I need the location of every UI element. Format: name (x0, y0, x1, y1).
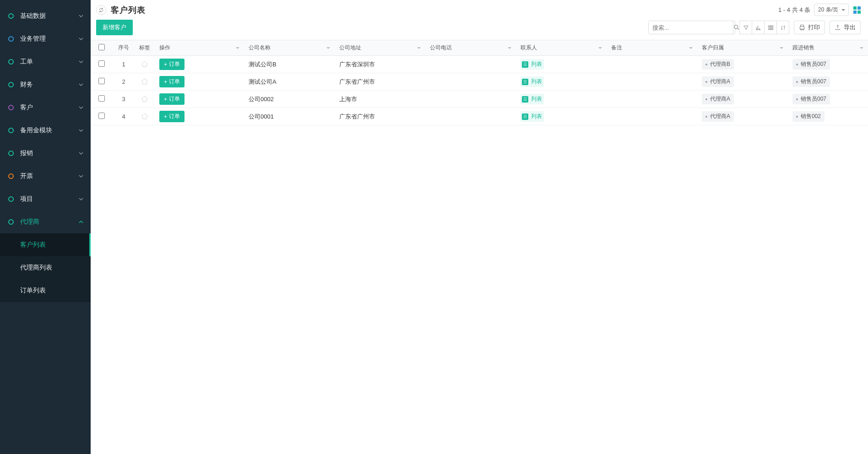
sidebar-item-reserve[interactable]: 备用金模块 (0, 119, 91, 142)
row-checkbox[interactable] (98, 78, 105, 84)
tag-icon[interactable] (141, 95, 148, 103)
col-tag[interactable]: 标签 (135, 40, 155, 56)
contact-list-button[interactable]: ☰列表 (521, 76, 544, 87)
order-label: 订单 (169, 60, 180, 68)
belong-chip: 代理商A (702, 111, 734, 122)
col-index[interactable]: 序号 (113, 40, 135, 56)
columns-icon[interactable] (764, 21, 777, 34)
sidebar-item-agent[interactable]: 代理商 (0, 211, 91, 233)
col-remark[interactable]: 备注 (607, 40, 697, 56)
export-button[interactable]: 导出 (830, 21, 861, 34)
main-content: 客户列表 1 - 4 共 4 条 20 条/页 新增客户 (91, 0, 868, 454)
tag-icon[interactable] (141, 60, 148, 68)
circle-icon (8, 196, 14, 202)
col-contact[interactable]: 联系人 (516, 40, 607, 56)
row-checkbox[interactable] (98, 95, 105, 102)
chart-icon[interactable] (752, 21, 765, 34)
page-size-value: 20 条/页 (818, 6, 838, 13)
sidebar-item-label: 代理商 (20, 218, 79, 226)
sidebar-item-project[interactable]: 项目 (0, 188, 91, 211)
row-checkbox[interactable] (98, 60, 105, 67)
order-button[interactable]: +订单 (159, 76, 184, 87)
circle-icon (8, 105, 14, 110)
tag-icon[interactable] (141, 113, 148, 120)
col-checkbox (91, 40, 113, 56)
circle-icon (8, 219, 14, 225)
sidebar-item-customer[interactable]: 客户 (0, 96, 91, 119)
chevron-up-icon (79, 220, 83, 224)
print-button[interactable]: 打印 (794, 21, 825, 34)
order-button[interactable]: +订单 (159, 93, 184, 105)
col-company-tel[interactable]: 公司电话 (425, 40, 516, 56)
col-company-addr[interactable]: 公司地址 (335, 40, 425, 56)
new-customer-button[interactable]: 新增客户 (96, 20, 133, 35)
contact-list-button[interactable]: ☰列表 (521, 111, 544, 122)
sales-chip: 销售002 (792, 111, 825, 122)
chevron-down-icon (79, 151, 83, 156)
submenu-agent: 客户列表 代理商列表 订单列表 (0, 233, 91, 302)
svg-rect-3 (772, 26, 773, 30)
chevron-down-icon (79, 59, 83, 64)
belong-chip: 代理商A (702, 94, 734, 104)
col-sales[interactable]: 跟进销售 (788, 40, 868, 56)
dropdown-icon (780, 47, 783, 51)
sidebar-item-invoice[interactable]: 开票 (0, 165, 91, 188)
tag-icon[interactable] (141, 78, 148, 85)
refresh-button[interactable] (96, 5, 106, 15)
cell-company-addr: 广东省广州市 (335, 73, 425, 91)
contact-list-button[interactable]: ☰列表 (521, 94, 544, 104)
sidebar-item-basic-data[interactable]: 基础数据 (0, 5, 91, 27)
cell-remark (607, 108, 697, 125)
list-icon: ☰ (522, 114, 528, 120)
dropdown-icon (598, 47, 602, 51)
contact-list-button[interactable]: ☰列表 (521, 59, 544, 70)
chevron-down-icon (79, 197, 83, 201)
sidebar: 基础数据 业务管理 工单 财务 客户 备用金模块 (0, 0, 91, 454)
submenu-item-label: 代理商列表 (20, 264, 52, 272)
svg-point-0 (734, 25, 738, 29)
cell-company-addr: 广东省广州市 (335, 108, 425, 125)
cell-company-name: 测试公司A (244, 73, 335, 91)
order-button[interactable]: +订单 (159, 59, 184, 70)
submenu-item-agent-list[interactable]: 代理商列表 (0, 256, 91, 279)
submenu-item-order-list[interactable]: 订单列表 (0, 279, 91, 302)
col-operation[interactable]: 操作 (155, 40, 244, 56)
col-company-name[interactable]: 公司名称 (244, 40, 335, 56)
list-icon: ☰ (522, 79, 528, 85)
dropdown-icon (860, 47, 863, 51)
select-all-checkbox[interactable] (98, 44, 105, 50)
filter-icon[interactable] (739, 21, 752, 34)
order-button[interactable]: +订单 (159, 111, 184, 122)
dropdown-icon (689, 47, 693, 51)
row-index: 2 (113, 73, 135, 91)
order-label: 订单 (169, 78, 180, 86)
sidebar-item-reimburse[interactable]: 报销 (0, 142, 91, 165)
col-belong[interactable]: 客户归属 (697, 40, 788, 56)
search-input[interactable] (649, 21, 733, 34)
cell-company-name: 公司0001 (244, 108, 335, 125)
circle-icon (8, 151, 14, 156)
page-title: 客户列表 (111, 5, 146, 16)
sidebar-item-finance[interactable]: 财务 (0, 73, 91, 96)
page-header: 客户列表 1 - 4 共 4 条 20 条/页 (91, 0, 868, 20)
toolbar: 新增客户 (91, 20, 868, 40)
list-label: 列表 (531, 78, 542, 86)
table-row: 2 +订单 测试公司A 广东省广州市 ☰列表 代理商A 销售员007 (91, 73, 868, 91)
search-button[interactable] (733, 21, 740, 34)
table-row: 1 +订单 测试公司B 广东省深圳市 ☰列表 代理商B 销售员007 (91, 56, 868, 73)
belong-chip: 代理商B (702, 59, 734, 70)
row-checkbox[interactable] (98, 113, 105, 119)
sidebar-item-workorder[interactable]: 工单 (0, 50, 91, 73)
page-size-select[interactable]: 20 条/页 (814, 4, 849, 16)
print-label: 打印 (808, 23, 820, 32)
search-box (648, 21, 735, 34)
submenu-item-customer-list[interactable]: 客户列表 (0, 233, 91, 256)
sidebar-item-label: 工单 (20, 58, 79, 66)
circle-icon (8, 59, 14, 65)
plus-icon: + (164, 96, 167, 103)
chevron-down-icon (79, 82, 83, 87)
sort-icon[interactable] (776, 21, 789, 34)
sidebar-item-label: 客户 (20, 103, 79, 112)
grid-view-icon[interactable] (853, 6, 861, 14)
sidebar-item-business[interactable]: 业务管理 (0, 27, 91, 50)
